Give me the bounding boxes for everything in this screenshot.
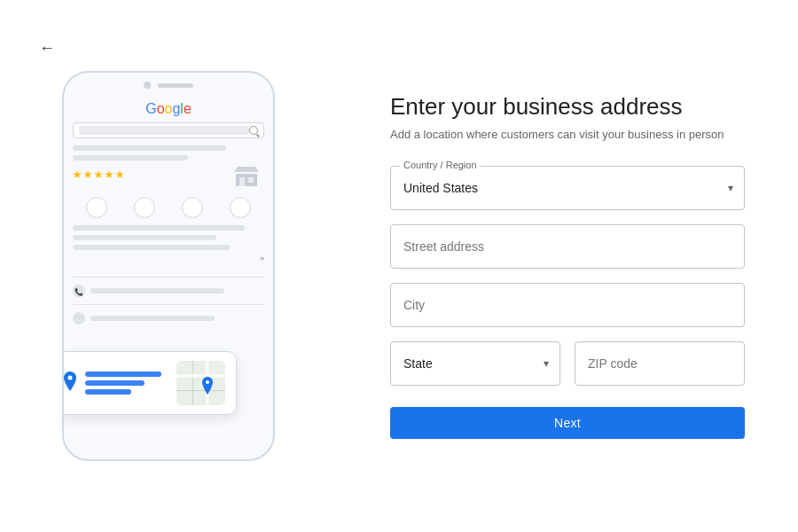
phone-stars [73, 170, 124, 179]
phone-bottom-row-1: 📞 [73, 285, 264, 297]
map-preview [176, 361, 225, 405]
phone-call-icon [86, 197, 107, 218]
phone-see-more: > [73, 254, 264, 262]
map-preview-pin [200, 377, 215, 398]
street-address-input[interactable] [391, 225, 744, 268]
street-field-group [390, 224, 745, 269]
phone-save-icon [182, 197, 203, 218]
phone-divider-1 [73, 277, 264, 278]
state-zip-row: State Alabama Alaska Arizona California … [390, 341, 745, 400]
phone-globe-icon-small [73, 312, 85, 325]
svg-rect-1 [239, 177, 245, 186]
svg-point-4 [206, 380, 209, 384]
phone-web-icon [230, 197, 251, 218]
phone-bottom-line-2 [90, 316, 215, 321]
phone-search-input [79, 126, 249, 135]
zip-field-group [575, 341, 745, 386]
svg-point-7 [73, 312, 85, 325]
country-field-wrapper: Country / Region United States Canada Un… [390, 166, 745, 210]
phone-screen: Google [64, 94, 273, 273]
card-text-lines [85, 372, 169, 395]
city-field-group [390, 283, 745, 327]
state-select[interactable]: State Alabama Alaska Arizona California … [391, 342, 559, 385]
phone-body: Google [62, 71, 275, 461]
card-line-2 [85, 380, 145, 386]
state-field-wrapper: State Alabama Alaska Arizona California … [390, 341, 560, 386]
phone-more-lines [73, 225, 264, 250]
phone-search-icon [249, 126, 258, 135]
svg-rect-2 [248, 177, 254, 183]
phone-nav-icon [134, 197, 155, 218]
city-input[interactable] [391, 284, 744, 326]
phone-result-lines [73, 145, 264, 160]
business-card-content [62, 361, 225, 405]
state-field-group: State Alabama Alaska Arizona California … [390, 341, 560, 386]
business-card-overlay [62, 351, 237, 415]
google-logo-phone: Google [73, 101, 264, 117]
phone-camera [144, 82, 151, 89]
card-line-1 [85, 372, 161, 377]
phone-search-bar [73, 122, 264, 138]
phone-bottom: 📞 [64, 277, 273, 325]
country-field-group: Country / Region United States Canada Un… [390, 166, 745, 210]
card-line-3 [85, 389, 131, 395]
next-button[interactable]: Next [390, 407, 745, 439]
phone-wrapper: Google [62, 71, 275, 461]
svg-text:📞: 📞 [74, 287, 83, 296]
phone-bottom-line-1 [90, 288, 224, 293]
city-field-wrapper [390, 283, 745, 327]
form-title: Enter your business address [390, 93, 745, 121]
zip-code-input[interactable] [575, 342, 744, 385]
svg-point-3 [68, 376, 73, 380]
phone-illustration: Google [0, 0, 337, 532]
svg-rect-0 [236, 174, 257, 186]
phone-icon-row [73, 197, 264, 218]
street-field-wrapper [390, 224, 745, 269]
phone-bottom-row-2 [73, 312, 264, 325]
location-pin-icon [62, 372, 78, 395]
country-select[interactable]: United States Canada United Kingdom Aust… [391, 167, 744, 209]
phone-speaker [158, 83, 193, 88]
phone-call-icon-small: 📞 [73, 285, 85, 297]
form-subtitle: Add a location where customers can visit… [390, 128, 745, 141]
phone-divider-2 [73, 304, 264, 305]
form-panel: Enter your business address Add a locati… [337, 0, 798, 532]
zip-field-wrapper [575, 341, 745, 386]
phone-store-icon [234, 165, 259, 190]
phone-stars-store-row [73, 165, 264, 190]
phone-top-bar [64, 73, 273, 94]
